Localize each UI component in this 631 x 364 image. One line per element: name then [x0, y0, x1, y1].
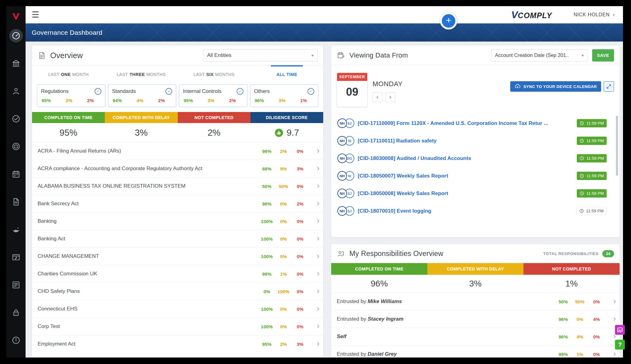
sidebar [6, 6, 26, 358]
task-link[interactable]: [CID-17110009] Form 1120X - Amended U.S.… [358, 120, 577, 126]
compliance-name: ACRA - Filing Annual Returns (ARs) [38, 148, 259, 154]
time-range-tabs: LAST ONE MONTH LAST THREE MONTHS LAST [32, 65, 323, 83]
task-row[interactable]: NH DG [CID-18030008] Audited / Unaudited… [331, 150, 620, 167]
avatar-group: NH SI [337, 136, 358, 146]
sidebar-item-tracker[interactable] [9, 140, 23, 153]
sidebar-item-collaboration[interactable] [9, 223, 23, 236]
compliance-row[interactable]: CHANGE MANAGEMENT 100% 0% 0% › [32, 247, 323, 265]
compliance-row[interactable]: ACRA compliance - Accounting and Corpora… [32, 160, 323, 177]
compliance-row[interactable]: Corp Test 100% 0% 0% › [32, 318, 323, 335]
chevron-down-icon: ▾ [581, 53, 584, 58]
compliance-name: ALABAMA BUSINESS TAX ONLINE REGISTRATION… [38, 183, 259, 189]
vcomply-logo-mark[interactable] [10, 10, 22, 22]
compliance-row[interactable]: Banking Act 100% 0% 0% › [32, 230, 323, 247]
task-link[interactable]: [CID-18050007] Weekly Sales Report [358, 173, 577, 179]
sidebar-item-reports[interactable] [9, 278, 23, 292]
time-range-tab[interactable]: LAST ONE MONTH [32, 66, 105, 83]
sidebar-item-documents[interactable] [9, 195, 23, 209]
sidebar-item-dashboard[interactable] [9, 29, 23, 42]
sidebar-item-users[interactable] [9, 84, 23, 98]
time-range-tab[interactable]: LAST SIX MONTHS [178, 66, 250, 83]
compliance-row[interactable]: Bank Secrecy Act 98% 0% 2% › [32, 195, 323, 212]
status-column-headers: COMPLETED ON TIME COMPLETED WITH DELAY N… [32, 112, 323, 123]
delay-pct: 9% [275, 166, 292, 171]
save-button[interactable]: SAVE [592, 49, 614, 62]
not-completed-pct: 4% [588, 317, 605, 322]
sidebar-item-tasks[interactable] [9, 112, 23, 126]
alert-circle-icon [11, 336, 21, 345]
time-range-tab[interactable]: ALL TIME [250, 66, 323, 83]
not-completed-pct: 1% [300, 98, 307, 103]
responsibilities-card: My Responsibilities Overview TOTAL RESPO… [331, 244, 620, 358]
not-completed-pct: 3% [292, 166, 308, 171]
not-completed-pct: 0% [292, 324, 308, 329]
compliance-name: CHD Safety Plans [38, 288, 259, 294]
category-stat-box[interactable]: Standards ✓ 94% 4% 2% [108, 84, 177, 107]
task-link[interactable]: [CID-18050008] Weekly Sales Report [358, 190, 577, 197]
delay-pct: 3% [279, 98, 286, 103]
responsibility-row[interactable]: Entrusted by Daniel Grey 99% 1% 0% › [331, 345, 620, 357]
menu-icon[interactable]: ☰ [29, 10, 42, 20]
expand-button[interactable] [604, 81, 614, 92]
category-stat-box[interactable]: Internal Controls ✓ 95% 3% 2% [179, 84, 247, 107]
compliance-row[interactable]: Employment Act 95% 2% 3% › [32, 335, 323, 353]
task-row[interactable]: NH SI [CID-17110011] Radiation safety 11… [331, 132, 620, 150]
responsibility-row[interactable]: Entrusted by Mike Williams 50% 50% 0% › [331, 293, 620, 310]
compliance-row[interactable]: Charities Commission UK 99% 1% 0% › [32, 265, 323, 282]
chevron-right-icon: › [308, 322, 320, 331]
day-meta: MONDAY ‹ › [372, 73, 403, 107]
on-time-pct: 100% [259, 324, 275, 329]
next-day-button[interactable]: › [385, 92, 395, 102]
task-link[interactable]: [CID-17110011] Radiation safety [358, 138, 577, 144]
responsibility-row[interactable]: Entrusted by Stacey Ingram 96% 0% 4% › [331, 310, 620, 328]
delay-pct: 100% [275, 289, 292, 294]
task-link[interactable]: [CID-18070010] Event logging [358, 208, 576, 214]
sidebar-item-calendar[interactable] [9, 167, 23, 181]
chevron-right-icon: › [308, 217, 320, 226]
sidebar-item-organization[interactable] [9, 57, 23, 70]
chevron-right-icon: › [308, 146, 320, 156]
compliance-row[interactable]: ALABAMA BUSINESS TAX ONLINE REGISTRATION… [32, 177, 323, 195]
target-icon [11, 142, 21, 151]
compliance-row[interactable]: Banking 100% 0% 0% › [32, 212, 323, 230]
clock-icon [579, 209, 584, 213]
chevron-right-icon: › [308, 339, 320, 349]
task-row[interactable]: NH SJ [CID-18070010] Event logging 11:59… [331, 202, 620, 220]
compliance-list: ACRA - Filing Annual Returns (ARs) 98% 2… [32, 142, 323, 357]
sync-calendar-button[interactable]: SYNC TO YOUR DEVICE CALENDAR [510, 81, 601, 92]
category-label: Internal Controls [183, 88, 222, 94]
task-row[interactable]: NH SJ [CID-17110009] Form 1120X - Amende… [331, 114, 620, 132]
compliance-row[interactable]: ACRA - Filing Annual Returns (ARs) 98% 2… [32, 142, 323, 160]
task-row[interactable]: NH SJ [CID-18050008] Weekly Sales Report… [331, 185, 620, 202]
user-icon [11, 86, 21, 96]
prev-day-button[interactable]: ‹ [372, 92, 382, 102]
viewing-title: Viewing Data From [349, 51, 408, 59]
date-filter-select[interactable]: Account Creation Date (Sep 201.. ▾ [491, 49, 588, 62]
on-time-pct: 95% [184, 98, 193, 103]
tab-label-pre: LAST [193, 72, 205, 77]
scrollbar-thumb[interactable] [616, 116, 618, 176]
compliance-name: Connecticut EHS [38, 306, 259, 312]
tab-label-bold: ALL TIME [276, 72, 297, 77]
help-tool-button[interactable]: ? [615, 340, 625, 350]
on-time-pct: 100% [259, 236, 275, 242]
category-stat-box[interactable]: Regulations ✓ 95% 3% 2% [37, 84, 105, 107]
overview-title: Overview [50, 51, 83, 60]
category-stat-box[interactable]: Others ✓ 96% 3% 1% [250, 84, 319, 107]
compliance-row[interactable]: CHD Safety Plans 0% 100% 0% › [32, 282, 323, 300]
image-tool-button[interactable] [615, 325, 625, 335]
user-menu[interactable]: NICK HOLDEN ▾ [574, 12, 615, 18]
on-time-pct: 99% [259, 271, 275, 277]
compliance-row[interactable]: Connecticut EHS 100% 0% 0% › [32, 300, 323, 318]
responsibility-row[interactable]: Self 96% 4% 0% › [331, 328, 620, 345]
sidebar-item-alerts[interactable] [9, 334, 23, 347]
category-label: Regulations [41, 88, 69, 94]
task-link[interactable]: [CID-18030008] Audited / Unaudited Accou… [358, 155, 577, 162]
entities-select[interactable]: All Entities ▾ [203, 49, 318, 62]
sidebar-item-security[interactable] [9, 306, 23, 319]
due-time: 11:59 PM [586, 174, 604, 178]
time-range-tab[interactable]: LAST THREE MONTHS [105, 66, 177, 83]
task-row[interactable]: NH SI [CID-18050007] Weekly Sales Report… [331, 167, 620, 185]
add-button[interactable]: + [440, 12, 457, 30]
sidebar-item-notes[interactable] [9, 250, 23, 264]
